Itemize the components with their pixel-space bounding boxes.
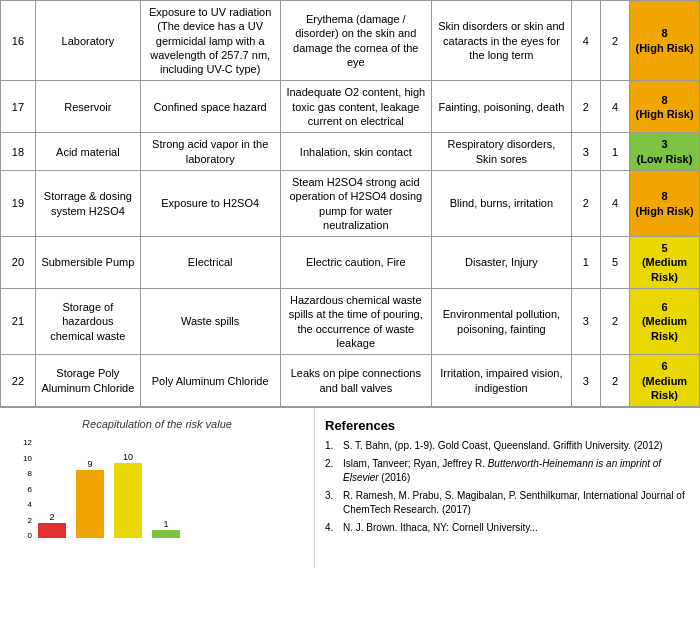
y-axis-label: 0: [28, 531, 32, 540]
y-axis-label: 12: [23, 438, 32, 447]
bar-value-label: 1: [163, 519, 168, 529]
row-num: 21: [1, 289, 36, 355]
row-hazard: Waste spills: [140, 289, 280, 355]
reference-number: 1.: [325, 439, 339, 453]
row-num: 19: [1, 170, 36, 236]
row-hazard: Exposure to UV radiation (The device has…: [140, 1, 280, 81]
row-effect: Disaster, Injury: [432, 237, 572, 289]
references-section: References 1.S. T. Bahn, (pp. 1-9). Gold…: [315, 408, 700, 568]
bar-value-label: 9: [87, 459, 92, 469]
row-severity: 2: [600, 355, 629, 407]
reference-item: 4.N. J. Brown. Ithaca, NY: Cornell Unive…: [325, 521, 690, 535]
bar-value-label: 10: [123, 452, 133, 462]
row-effect: Respiratory disorders, Skin sores: [432, 133, 572, 171]
table-row: 18 Acid material Strong acid vapor in th…: [1, 133, 700, 171]
table-row: 16 Laboratory Exposure to UV radiation (…: [1, 1, 700, 81]
bar-rect: [76, 470, 104, 538]
references-title: References: [325, 418, 690, 433]
bar-group: 2: [38, 448, 66, 538]
row-risk: 8(High Risk): [630, 81, 700, 133]
row-num: 17: [1, 81, 36, 133]
row-risk: 8(High Risk): [630, 170, 700, 236]
row-cause: Hazardous chemical waste spills at the t…: [280, 289, 431, 355]
row-num: 20: [1, 237, 36, 289]
y-axis-label: 8: [28, 469, 32, 478]
table-row: 17 Reservoir Confined space hazard Inade…: [1, 81, 700, 133]
row-activity: Storage Poly Aluminum Chloride: [35, 355, 140, 407]
y-axis-label: 4: [28, 500, 32, 509]
row-likelihood: 3: [571, 289, 600, 355]
table-row: 22 Storage Poly Aluminum Chloride Poly A…: [1, 355, 700, 407]
reference-text: R. Ramesh, M. Prabu, S. Magibalan, P. Se…: [343, 489, 690, 517]
row-severity: 1: [600, 133, 629, 171]
row-num: 18: [1, 133, 36, 171]
row-severity: 4: [600, 81, 629, 133]
row-likelihood: 1: [571, 237, 600, 289]
row-likelihood: 3: [571, 133, 600, 171]
row-hazard: Strong acid vapor in the laboratory: [140, 133, 280, 171]
y-axis-label: 6: [28, 485, 32, 494]
row-risk: 6(Medium Risk): [630, 289, 700, 355]
bar-rect: [114, 463, 142, 538]
row-cause: Inhalation, skin contact: [280, 133, 431, 171]
table-row: 20 Submersible Pump Electrical Electric …: [1, 237, 700, 289]
chart-title: Recapitulation of the risk value: [10, 418, 304, 430]
row-activity: Storrage & dosing system H2SO4: [35, 170, 140, 236]
bar-rect: [38, 523, 66, 538]
row-hazard: Poly Aluminum Chloride: [140, 355, 280, 407]
row-effect: Blind, burns, irritation: [432, 170, 572, 236]
row-cause: Leaks on pipe connections and ball valve…: [280, 355, 431, 407]
row-activity: Laboratory: [35, 1, 140, 81]
y-axis-label: 10: [23, 454, 32, 463]
reference-item: 3.R. Ramesh, M. Prabu, S. Magibalan, P. …: [325, 489, 690, 517]
chart-section: Recapitulation of the risk value 1210864…: [0, 408, 315, 568]
y-axis-label: 2: [28, 516, 32, 525]
reference-number: 3.: [325, 489, 339, 517]
row-num: 16: [1, 1, 36, 81]
row-cause: Erythema (damage / disorder) on the skin…: [280, 1, 431, 81]
bar-rect: [152, 530, 180, 538]
row-cause: Steam H2SO4 strong acid operation of H2S…: [280, 170, 431, 236]
bar-group: 1: [152, 448, 180, 538]
bar-group: 10: [114, 448, 142, 538]
row-effect: Irritation, impaired vision, indigestion: [432, 355, 572, 407]
row-effect: Skin disorders or skin and cataracts in …: [432, 1, 572, 81]
row-hazard: Exposure to H2SO4: [140, 170, 280, 236]
reference-text: Islam, Tanveer; Ryan, Jeffrey R. Butterw…: [343, 457, 690, 485]
row-likelihood: 3: [571, 355, 600, 407]
table-row: 19 Storrage & dosing system H2SO4 Exposu…: [1, 170, 700, 236]
row-severity: 2: [600, 289, 629, 355]
table-row: 21 Storage of hazardous chemical waste W…: [1, 289, 700, 355]
row-activity: Acid material: [35, 133, 140, 171]
row-risk: 5(Medium Risk): [630, 237, 700, 289]
row-activity: Storage of hazardous chemical waste: [35, 289, 140, 355]
y-axis: 121086420: [10, 438, 34, 540]
row-cause: Inadequate O2 content, high toxic gas co…: [280, 81, 431, 133]
row-effect: Fainting, poisoning, death: [432, 81, 572, 133]
reference-item: 1.S. T. Bahn, (pp. 1-9). Gold Coast, Que…: [325, 439, 690, 453]
bar-value-label: 2: [49, 512, 54, 522]
row-risk: 6(Medium Risk): [630, 355, 700, 407]
row-risk: 3(Low Risk): [630, 133, 700, 171]
reference-item: 2.Islam, Tanveer; Ryan, Jeffrey R. Butte…: [325, 457, 690, 485]
row-effect: Environmental pollution, poisoning, fain…: [432, 289, 572, 355]
row-activity: Reservoir: [35, 81, 140, 133]
row-likelihood: 4: [571, 1, 600, 81]
row-severity: 2: [600, 1, 629, 81]
row-activity: Submersible Pump: [35, 237, 140, 289]
row-num: 22: [1, 355, 36, 407]
row-likelihood: 2: [571, 170, 600, 236]
row-risk: 8(High Risk): [630, 1, 700, 81]
reference-text: S. T. Bahn, (pp. 1-9). Gold Coast, Queen…: [343, 439, 663, 453]
row-cause: Electric caution, Fire: [280, 237, 431, 289]
row-severity: 4: [600, 170, 629, 236]
row-hazard: Electrical: [140, 237, 280, 289]
reference-number: 4.: [325, 521, 339, 535]
row-hazard: Confined space hazard: [140, 81, 280, 133]
row-severity: 5: [600, 237, 629, 289]
bar-group: 9: [76, 448, 104, 538]
reference-number: 2.: [325, 457, 339, 485]
reference-text: N. J. Brown. Ithaca, NY: Cornell Univers…: [343, 521, 538, 535]
row-likelihood: 2: [571, 81, 600, 133]
